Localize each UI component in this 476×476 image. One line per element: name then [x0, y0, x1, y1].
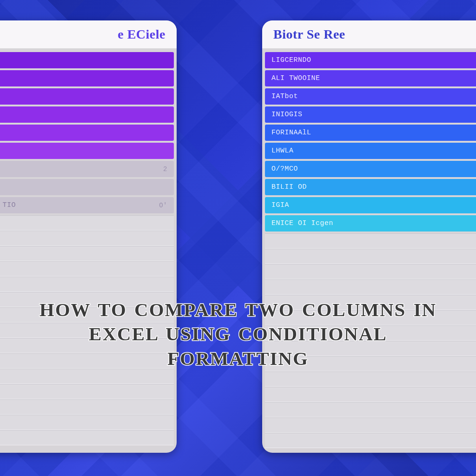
row-label: ALI TWOOINE	[271, 74, 320, 82]
stage: e ECiele OTH(NH'K IB'CGFNIEWILOTXOIII2IO…	[0, 0, 476, 476]
row-label: LIGCERNDO	[271, 56, 311, 64]
right-row: IATbot	[265, 88, 476, 105]
left-row: OTH	[0, 70, 174, 86]
empty-row	[0, 246, 174, 261]
right-column-card: Biotr Se Ree LIGCERNDOALI TWOOINEIATbotI…	[262, 20, 476, 453]
row-label: BILII OD	[271, 183, 307, 191]
right-row: LHWLA	[265, 143, 476, 159]
row-label: IATbot	[271, 93, 298, 100]
title-container: How To Compare Two Columns In Excel Usin…	[0, 298, 476, 370]
right-row: IGIA	[265, 197, 476, 213]
empty-row	[0, 430, 174, 445]
left-row	[0, 52, 174, 68]
row-right-value: 2	[163, 165, 167, 173]
right-row: BILII OD	[265, 179, 476, 195]
empty-row	[0, 399, 174, 415]
empty-row	[0, 415, 174, 430]
row-label: IGIA	[271, 201, 289, 209]
empty-row	[265, 433, 476, 448]
row-label: LHWLA	[271, 147, 294, 155]
left-row: IONXIISH	[0, 179, 174, 195]
left-column-card: e ECiele OTH(NH'K IB'CGFNIEWILOTXOIII2IO…	[0, 20, 177, 453]
empty-row	[265, 279, 476, 295]
empty-row	[0, 231, 174, 246]
empty-row	[0, 215, 174, 231]
right-row: INIOGIS	[265, 106, 476, 123]
row-label: O/?MCO	[271, 165, 298, 173]
row-label: ENICE OI Icgen	[271, 219, 333, 227]
right-card-rows: LIGCERNDOALI TWOOINEIATbotINIOGISFORINAA…	[262, 48, 476, 448]
left-row: (NH'	[0, 88, 174, 105]
empty-row	[265, 387, 476, 402]
right-row: LIGCERNDO	[265, 52, 476, 68]
empty-row	[0, 384, 174, 399]
left-row: WILO	[0, 143, 174, 159]
left-card-rows: OTH(NH'K IB'CGFNIEWILOTXOIII2IONXIISHCP.…	[0, 48, 177, 445]
empty-row	[265, 371, 476, 387]
left-row: 'CGFNIE	[0, 125, 174, 141]
row-label: FORINAAlL	[271, 129, 311, 137]
left-row: CP. EIMO TIOO'	[0, 197, 174, 213]
right-row: ENICE OI Icgen	[265, 215, 476, 231]
empty-row	[0, 277, 174, 292]
empty-row	[0, 261, 174, 277]
left-card-header: e ECiele	[0, 20, 177, 48]
left-row: K IB	[0, 106, 174, 123]
row-label: CP. EIMO TIO	[0, 201, 16, 209]
right-row: FORINAAlL	[265, 125, 476, 141]
page-title: How To Compare Two Columns In Excel Usin…	[37, 298, 439, 370]
empty-row	[265, 417, 476, 433]
left-row: TXOIII2	[0, 161, 174, 177]
empty-row	[265, 249, 476, 264]
empty-row	[0, 369, 174, 384]
row-right-value: O'	[159, 202, 167, 209]
row-label: INIOGIS	[271, 111, 303, 119]
right-row: ALI TWOOINE	[265, 70, 476, 86]
empty-row	[265, 402, 476, 417]
empty-row	[265, 233, 476, 249]
right-card-header: Biotr Se Ree	[262, 20, 476, 48]
empty-row	[265, 264, 476, 279]
right-row: O/?MCO	[265, 161, 476, 177]
